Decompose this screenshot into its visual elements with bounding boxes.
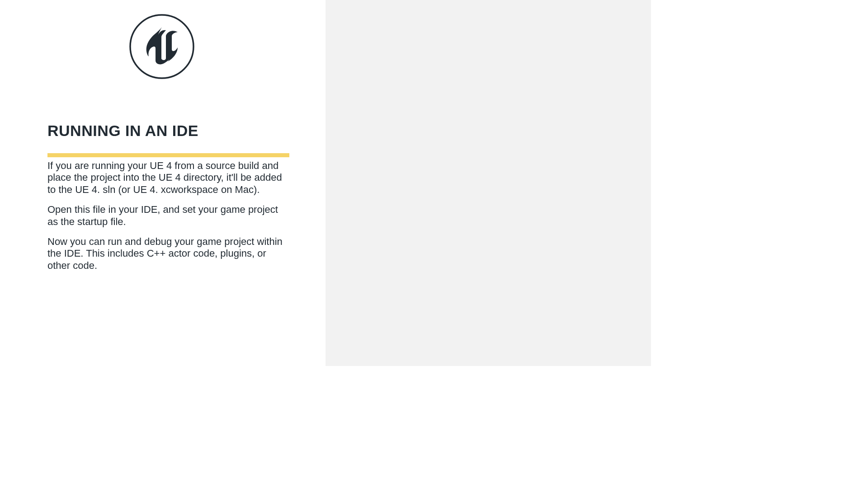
unreal-engine-logo-icon [129,14,195,80]
logo-container [129,14,289,81]
paragraph-3: Now you can run and debug your game proj… [47,236,287,272]
title-divider [47,153,289,157]
slide-title: RUNNING IN AN IDE [47,122,289,140]
paragraph-2: Open this file in your IDE, and set your… [47,204,287,228]
paragraph-1: If you are running your UE 4 from a sour… [47,160,287,196]
slide-left-panel: RUNNING IN AN IDE If you are running you… [0,0,326,366]
slide-right-panel [326,0,651,366]
svg-point-0 [130,15,193,78]
